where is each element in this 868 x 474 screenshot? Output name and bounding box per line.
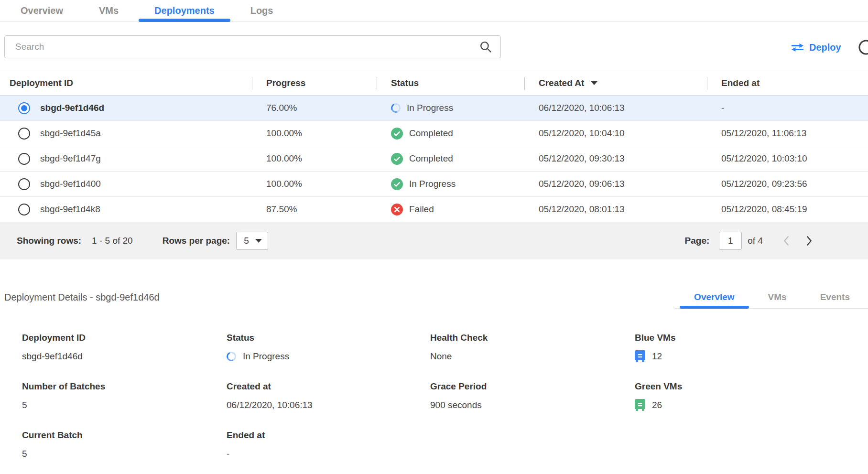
sort-desc-icon: [591, 81, 597, 85]
field-value: sbgd-9ef1d46d: [22, 351, 83, 362]
column-divider: [377, 77, 377, 90]
table-header: Deployment ID Progress Status Created At…: [0, 71, 868, 96]
col-label: Deployment ID: [10, 78, 73, 88]
deployment-id: sbgd-9ef1d4k8: [40, 204, 100, 215]
search-box: [4, 35, 501, 58]
created-at-value: 05/12/2020, 09:06:13: [524, 172, 707, 197]
table-pagination: Showing rows: 1 - 5 of 20 Rows per page:…: [0, 222, 868, 259]
showing-rows-label: Showing rows:: [17, 236, 81, 246]
details-title: Deployment Details - sbgd-9ef1d46d: [0, 292, 160, 303]
status-label: Completed: [409, 128, 453, 139]
rows-per-page-select[interactable]: 5: [236, 232, 268, 250]
page-number-input[interactable]: [719, 232, 742, 250]
rows-per-page-label: Rows per page:: [163, 236, 230, 246]
deployment-id: sbgd-9ef1d47g: [40, 153, 101, 164]
field-value: 5: [22, 449, 27, 459]
table-row[interactable]: sbgd-9ef1d4k887.50%Failed05/12/2020, 08:…: [0, 197, 868, 222]
field-value: -: [227, 449, 229, 459]
field-label: Grace Period: [430, 381, 635, 392]
col-header-progress[interactable]: Progress: [252, 71, 377, 96]
deploy-label: Deploy: [809, 42, 841, 53]
created-at-value: 06/12/2020, 10:06:13: [524, 96, 707, 121]
col-header-status[interactable]: Status: [377, 71, 524, 96]
detail-field-created-at: Created at06/12/2020, 10:06:13: [227, 381, 430, 411]
showing-rows-value: 1 - 5 of 20: [92, 236, 133, 246]
search-icon: [479, 40, 492, 54]
tab-logs[interactable]: Logs: [235, 0, 289, 22]
field-value: 26: [652, 400, 662, 410]
detail-field-status: StatusIn Progress: [227, 333, 430, 362]
detail-field-blue-vms: Blue VMs12: [635, 333, 868, 362]
deployment-id: sbgd-9ef1d400: [40, 179, 101, 189]
field-label: Deployment ID: [22, 333, 227, 343]
previous-page-button[interactable]: [783, 236, 789, 246]
created-at-value: 05/12/2020, 08:01:13: [524, 197, 707, 222]
created-at-value: 05/12/2020, 10:04:10: [524, 121, 707, 146]
table-row[interactable]: sbgd-9ef1d45a100.00%Completed05/12/2020,…: [0, 121, 868, 146]
row-radio-button[interactable]: [18, 204, 30, 215]
in-progress-spinner-icon: [390, 102, 402, 114]
field-label: Status: [227, 333, 430, 343]
col-label: Ended at: [721, 78, 760, 88]
col-label: Progress: [266, 78, 305, 88]
tab-vms[interactable]: VMs: [83, 0, 134, 22]
details-tab-overview[interactable]: Overview: [680, 286, 749, 308]
ended-at-value: 05/12/2020, 11:06:13: [707, 121, 868, 146]
search-input[interactable]: [4, 35, 501, 58]
tab-deployments[interactable]: Deployments: [139, 0, 230, 22]
col-label: Created At: [539, 78, 584, 88]
next-page-button[interactable]: [806, 236, 813, 246]
tab-overview[interactable]: Overview: [5, 0, 79, 22]
field-value: 900 seconds: [430, 400, 482, 410]
detail-field-number-of-batches: Number of Batches5: [22, 381, 227, 411]
chevron-down-icon: [255, 239, 262, 243]
col-header-deployment-id[interactable]: Deployment ID: [0, 71, 252, 96]
field-value: 06/12/2020, 10:06:13: [227, 400, 313, 410]
detail-field-ended-at: Ended at-: [227, 430, 430, 460]
field-label: Created at: [227, 381, 430, 392]
details-tabs: OverviewVMsEvents: [675, 286, 868, 309]
progress-value: 87.50%: [252, 197, 377, 222]
page-total: of 4: [748, 236, 763, 246]
details-tab-events[interactable]: Events: [806, 286, 864, 308]
deployment-id: sbgd-9ef1d45a: [40, 128, 101, 139]
deploy-button[interactable]: Deploy: [791, 40, 841, 54]
column-divider: [524, 77, 525, 90]
details-tab-vms[interactable]: VMs: [754, 286, 801, 308]
green-vm-icon: [635, 399, 645, 411]
completed-check-icon: [391, 178, 403, 190]
field-label: Current Batch: [22, 430, 227, 441]
pager: Page: of 4: [685, 232, 813, 250]
page-label: Page:: [685, 236, 710, 246]
deployments-table: Deployment ID Progress Status Created At…: [0, 71, 868, 222]
detail-field-health-check: Health CheckNone: [430, 333, 635, 362]
row-radio-button[interactable]: [18, 153, 30, 165]
detail-field-current-batch: Current Batch5: [22, 430, 227, 460]
detail-field-grace-period: Grace Period900 seconds: [430, 381, 635, 411]
ended-at-value: 05/12/2020, 10:03:10: [707, 146, 868, 172]
ended-at-value: 05/12/2020, 09:23:56: [707, 172, 868, 197]
completed-check-icon: [391, 128, 403, 140]
column-divider: [252, 77, 252, 90]
failed-x-icon: [391, 204, 403, 215]
chevron-right-icon: [806, 236, 813, 246]
row-radio-button[interactable]: [18, 102, 30, 114]
main-tabs: OverviewVMsDeploymentsLogs: [0, 0, 868, 22]
field-label: Number of Batches: [22, 381, 227, 392]
field-label: Ended at: [227, 430, 430, 441]
col-header-ended-at[interactable]: Ended at: [707, 71, 868, 96]
blue-vm-icon: [635, 350, 645, 362]
row-radio-button[interactable]: [18, 128, 30, 140]
refresh-icon[interactable]: [857, 38, 868, 56]
status-label: Completed: [409, 153, 453, 164]
detail-field-green-vms: Green VMs26: [635, 381, 868, 411]
table-body: sbgd-9ef1d46d76.00%In Progress06/12/2020…: [0, 96, 868, 222]
col-header-created-at[interactable]: Created At: [524, 71, 707, 96]
row-radio-button[interactable]: [18, 178, 30, 190]
table-row[interactable]: sbgd-9ef1d47g100.00%Completed05/12/2020,…: [0, 146, 868, 172]
status-label: Failed: [409, 204, 434, 215]
deployment-id: sbgd-9ef1d46d: [40, 103, 104, 113]
field-value: 5: [22, 400, 27, 410]
table-row[interactable]: sbgd-9ef1d46d76.00%In Progress06/12/2020…: [0, 96, 868, 121]
table-row[interactable]: sbgd-9ef1d400100.00%In Progress05/12/202…: [0, 172, 868, 197]
